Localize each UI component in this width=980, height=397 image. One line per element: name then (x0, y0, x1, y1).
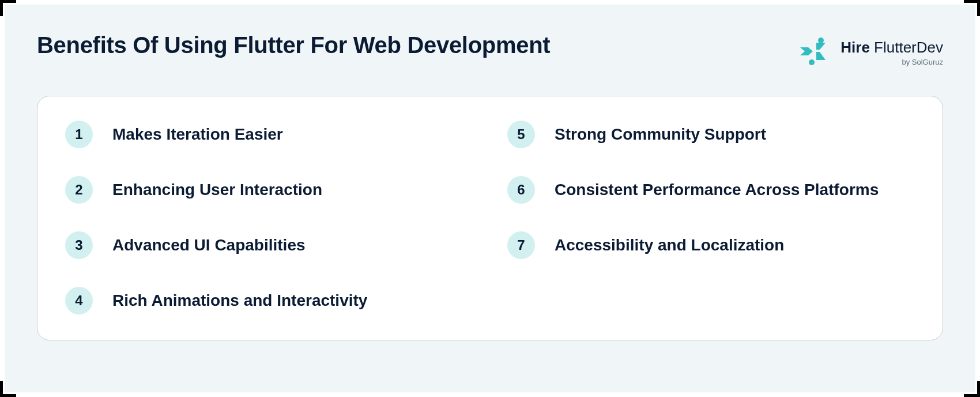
benefit-label: Enhancing User Interaction (112, 181, 322, 199)
brand-logo-icon (799, 35, 832, 70)
bullet-number: 1 (65, 121, 93, 148)
list-item-placeholder (507, 287, 915, 314)
benefits-card: 1 Makes Iteration Easier 5 Strong Commun… (37, 96, 943, 340)
brand-subline: by SolGuruz (902, 58, 943, 66)
svg-marker-0 (800, 47, 813, 55)
bullet-number: 4 (65, 287, 93, 314)
header: Benefits Of Using Flutter For Web Develo… (37, 32, 943, 70)
svg-marker-3 (816, 52, 826, 60)
bullet-number: 5 (507, 121, 535, 148)
list-item: 3 Advanced UI Capabilities (65, 231, 473, 259)
svg-point-4 (809, 59, 815, 65)
benefit-label: Makes Iteration Easier (112, 125, 283, 144)
bullet-number: 2 (65, 176, 93, 204)
page-container: Benefits Of Using Flutter For Web Develo… (5, 5, 975, 392)
svg-point-1 (818, 38, 824, 43)
benefit-label: Advanced UI Capabilities (112, 236, 306, 254)
list-item: 5 Strong Community Support (507, 121, 915, 148)
list-item: 6 Consistent Performance Across Platform… (507, 176, 915, 204)
benefit-label: Accessibility and Localization (555, 236, 784, 254)
brand-word-flutterdev: FlutterDev (874, 39, 943, 56)
list-item: 1 Makes Iteration Easier (65, 121, 473, 148)
brand-block: Hire FlutterDev by SolGuruz (799, 32, 943, 70)
brand-text: Hire FlutterDev by SolGuruz (840, 39, 943, 66)
benefit-label: Rich Animations and Interactivity (112, 291, 367, 310)
benefit-label: Strong Community Support (555, 125, 766, 144)
benefit-label: Consistent Performance Across Platforms (555, 181, 879, 199)
page-title: Benefits Of Using Flutter For Web Develo… (37, 32, 550, 58)
brand-main-line: Hire FlutterDev (840, 39, 943, 57)
benefits-grid: 1 Makes Iteration Easier 5 Strong Commun… (65, 121, 915, 314)
list-item: 2 Enhancing User Interaction (65, 176, 473, 204)
svg-marker-2 (816, 43, 826, 50)
brand-word-hire: Hire (840, 39, 870, 56)
bullet-number: 7 (507, 231, 535, 259)
bullet-number: 6 (507, 176, 535, 204)
list-item: 4 Rich Animations and Interactivity (65, 287, 473, 314)
list-item: 7 Accessibility and Localization (507, 231, 915, 259)
bullet-number: 3 (65, 231, 93, 259)
